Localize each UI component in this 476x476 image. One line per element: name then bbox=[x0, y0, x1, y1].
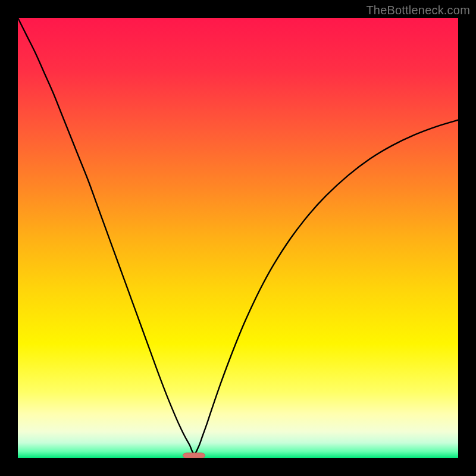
bottleneck-chart bbox=[18, 18, 458, 458]
chart-frame: TheBottleneck.com bbox=[0, 0, 476, 476]
plot-area bbox=[18, 18, 458, 458]
gradient-background bbox=[18, 18, 458, 458]
watermark-text: TheBottleneck.com bbox=[366, 4, 470, 17]
optimal-marker bbox=[183, 453, 205, 458]
